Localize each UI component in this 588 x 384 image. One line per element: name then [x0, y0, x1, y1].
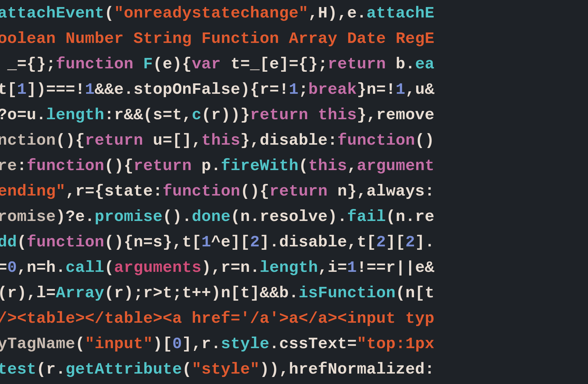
- code-token: var: [192, 55, 221, 73]
- code-token: (r),l=: [0, 284, 56, 302]
- code-line: attachEvent("onreadystatechange",H),e.at…: [0, 1, 588, 26]
- code-token: ,n=h.: [17, 259, 66, 277]
- code-line: dd(function(){n=s},t[1^e][2].disable,t[2…: [0, 230, 588, 255]
- code-line: yTagName("input")[0],r.style.cssText="to…: [0, 331, 588, 357]
- code-token: ending": [0, 182, 66, 200]
- code-token: (r.: [36, 360, 66, 378]
- code-token: t[: [0, 81, 17, 99]
- code-token: (: [104, 4, 114, 22]
- code-token: :: [17, 157, 27, 175]
- code-token: getAttribute: [66, 360, 182, 378]
- code-token: (n.re: [386, 208, 435, 226]
- code-token: 2: [405, 233, 415, 251]
- code-token: (){n=s},t[: [104, 233, 202, 251]
- code-line: nction(){return u=[],this},disable:funct…: [0, 128, 588, 153]
- code-token: )?e.: [56, 208, 95, 226]
- code-token: },disable:: [240, 131, 337, 150]
- code-token: romise: [0, 208, 56, 226]
- code-token: this: [308, 157, 347, 175]
- code-token: c: [192, 106, 202, 124]
- code-token: function: [56, 55, 134, 73]
- code-token: (n[t: [396, 284, 435, 302]
- code-token: "input": [85, 335, 153, 353]
- code-line: ending",r={state:function(){return n},al…: [0, 179, 588, 204]
- code-token: F: [143, 55, 153, 73]
- code-token: _={};: [0, 55, 56, 73]
- code-token: ?o=u.: [0, 106, 46, 124]
- code-token: ,r={state:: [66, 182, 163, 200]
- code-token: (: [17, 233, 27, 251]
- code-token: (: [299, 157, 308, 175]
- code-token: promise: [95, 208, 163, 226]
- code-token: 1: [289, 81, 299, 99]
- code-token: oolean Number String Function Array Date…: [0, 30, 435, 48]
- code-line: ?o=u.length:r&&(s=t,c(r))}return this},r…: [0, 102, 588, 128]
- code-token: (){: [104, 157, 134, 175]
- code-token: !==r||e&: [357, 259, 435, 277]
- code-token: }n=!: [357, 81, 396, 99]
- code-line: _={};function F(e){var t=_[e]={};return …: [0, 51, 588, 77]
- code-line: re:function(){return p.fireWith(this,arg…: [0, 153, 588, 179]
- code-token: ],r.: [182, 335, 221, 353]
- code-token: ea: [415, 55, 434, 73]
- code-token: t=_[e]={};: [221, 55, 328, 73]
- code-token: ;: [299, 81, 308, 99]
- code-token: re: [0, 157, 17, 175]
- code-line: oolean Number String Function Array Date…: [0, 26, 588, 51]
- code-token: ().: [163, 208, 192, 226]
- code-token: return: [85, 131, 143, 150]
- code-token: [134, 55, 143, 73]
- code-token: 0: [7, 259, 17, 277]
- code-token: ,u&: [405, 81, 435, 99]
- code-token: :r&&(s=t,: [104, 106, 192, 124]
- code-token: (){: [56, 131, 85, 150]
- code-token: ,H),e.: [308, 4, 367, 22]
- code-token: 1: [17, 81, 27, 99]
- code-token: "top:1px: [357, 335, 435, 353]
- code-token: length: [260, 259, 318, 277]
- code-token: p.: [192, 157, 221, 175]
- code-token: yTagName: [0, 335, 75, 353]
- code-token: )),hrefNormalized:: [260, 360, 435, 378]
- code-line: romise)?e.promise().done(n.resolve).fail…: [0, 204, 588, 230]
- code-line: test(r.getAttribute("style")),hrefNormal…: [0, 357, 588, 382]
- code-token: 2: [376, 233, 386, 251]
- code-token: return: [328, 55, 386, 73]
- code-token: call: [66, 259, 104, 277]
- code-token: isFunction: [299, 284, 396, 302]
- code-token: ^e][: [211, 233, 250, 251]
- code-line: (r),l=Array(r);r>t;t++)n[t]&&b.isFunctio…: [0, 280, 588, 306]
- code-token: arguments: [114, 259, 202, 277]
- code-token: ),r=n.: [202, 259, 260, 277]
- code-token: attachE: [367, 4, 435, 22]
- code-token: fireWith: [221, 157, 299, 175]
- code-token: break: [308, 81, 357, 99]
- code-token: u=[],: [143, 131, 202, 150]
- code-token: (): [415, 131, 434, 150]
- code-token: style: [221, 335, 270, 353]
- code-token: (r))}: [202, 106, 250, 124]
- code-token: (: [182, 360, 192, 378]
- code-token: =: [0, 259, 7, 277]
- code-token: ,i=: [318, 259, 347, 277]
- code-token: 1: [85, 81, 95, 99]
- code-token: )[: [153, 335, 172, 353]
- code-token: ].disable,t[: [260, 233, 376, 251]
- code-token: "style": [192, 360, 260, 378]
- code-token: (n.resolve).: [231, 208, 347, 226]
- code-line: =0,n=h.call(arguments),r=n.length,i=1!==…: [0, 255, 588, 280]
- code-token: Array: [56, 284, 104, 302]
- code-token: attachEvent: [0, 4, 104, 22]
- code-line: t[1])===!1&&e.stopOnFalse){r=!1;break}n=…: [0, 77, 588, 102]
- code-token: "onreadystatechange": [114, 4, 308, 22]
- code-token: (){: [240, 182, 270, 200]
- code-token: dd: [0, 233, 17, 251]
- code-token: 0: [172, 335, 182, 353]
- code-token: 2: [250, 233, 260, 251]
- code-token: .cssText=: [270, 335, 357, 353]
- code-token: ].: [415, 233, 434, 251]
- code-token: (r);r>t;t++)n[t]&&b.: [104, 284, 299, 302]
- code-editor-viewport: attachEvent("onreadystatechange",H),e.at…: [0, 0, 588, 382]
- code-token: 1: [202, 233, 211, 251]
- code-token: function: [27, 157, 104, 175]
